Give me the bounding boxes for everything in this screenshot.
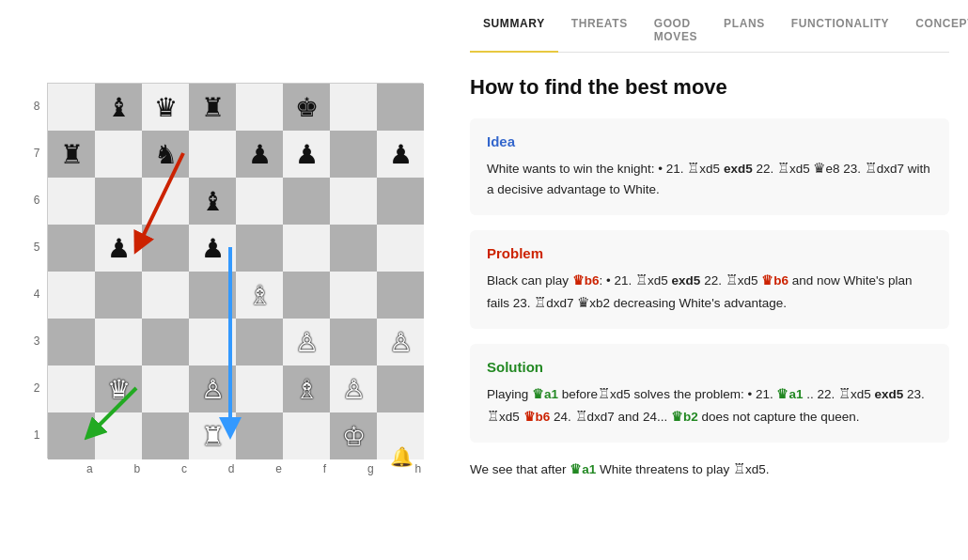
- board-square[interactable]: [95, 131, 142, 178]
- board-square[interactable]: ♗: [283, 366, 330, 412]
- board-square[interactable]: [48, 366, 95, 412]
- tab-concepts[interactable]: CONCEPTS: [902, 9, 968, 53]
- file-labels: a b c d e f g h: [66, 462, 442, 475]
- board-square[interactable]: [95, 178, 142, 225]
- board-square[interactable]: ♜: [48, 131, 95, 178]
- idea-title: Idea: [487, 133, 932, 149]
- board-square[interactable]: [330, 225, 377, 272]
- board-square[interactable]: [330, 319, 377, 366]
- board-square[interactable]: ♝: [95, 84, 142, 131]
- board-square[interactable]: [236, 225, 283, 272]
- board-square[interactable]: [236, 412, 283, 459]
- board-square[interactable]: ♝: [189, 178, 236, 225]
- tab-plans[interactable]: PLANS: [710, 9, 778, 53]
- board-square[interactable]: ♙: [283, 319, 330, 366]
- board-square[interactable]: [142, 272, 189, 319]
- board-square[interactable]: [48, 319, 95, 366]
- idea-section: Idea White wants to win the knight: • 21…: [470, 118, 949, 215]
- chess-board-panel: 8 7 6 5 4 3 2 1 ♝♛♜♚♜♞♟♟♟♝♟♟♗♙♙♛♙♗♙♜♔: [0, 0, 451, 560]
- solution-title: Solution: [487, 359, 932, 375]
- board-square[interactable]: [236, 178, 283, 225]
- board-square[interactable]: [189, 272, 236, 319]
- board-square[interactable]: [48, 225, 95, 272]
- problem-section: Problem Black can play ♛b6: • 21. ♖xd5 e…: [470, 230, 949, 329]
- board-square[interactable]: [330, 131, 377, 178]
- board-square[interactable]: ♟: [95, 225, 142, 272]
- board-square[interactable]: [377, 225, 424, 272]
- board-square[interactable]: ♟: [189, 225, 236, 272]
- board-square[interactable]: [95, 319, 142, 366]
- board-square[interactable]: [48, 412, 95, 459]
- tab-threats[interactable]: THREATS: [558, 9, 641, 53]
- board-square[interactable]: [377, 84, 424, 131]
- board-square[interactable]: [142, 319, 189, 366]
- board-square[interactable]: ♛: [95, 366, 142, 412]
- board-square[interactable]: ♙: [377, 319, 424, 366]
- idea-body: White wants to win the knight: • 21. ♖xd…: [487, 157, 932, 200]
- board-square[interactable]: ♞: [142, 131, 189, 178]
- board-container: 8 7 6 5 4 3 2 1 ♝♛♜♚♜♞♟♟♟♝♟♟♗♙♙♛♙♗♙♜♔: [28, 83, 423, 477]
- board-square[interactable]: [377, 366, 424, 412]
- board-square[interactable]: ♙: [330, 366, 377, 412]
- board-square[interactable]: [142, 225, 189, 272]
- tab-functionality[interactable]: FUNCTIONALITY: [778, 9, 902, 53]
- board-square[interactable]: [236, 84, 283, 131]
- board-square[interactable]: [48, 178, 95, 225]
- board-square[interactable]: [95, 272, 142, 319]
- board-square[interactable]: [377, 272, 424, 319]
- problem-body: Black can play ♛b6: • 21. ♖xd5 exd5 22. …: [487, 269, 932, 314]
- chess-board[interactable]: ♝♛♜♚♜♞♟♟♟♝♟♟♗♙♙♛♙♗♙♜♔: [47, 83, 423, 459]
- board-square[interactable]: [48, 272, 95, 319]
- board-square[interactable]: [283, 225, 330, 272]
- tab-summary[interactable]: SUMMARY: [470, 9, 558, 53]
- content-title: How to find the best move: [470, 75, 949, 100]
- board-square[interactable]: [236, 366, 283, 412]
- board-square[interactable]: [283, 272, 330, 319]
- board-square[interactable]: [377, 178, 424, 225]
- bell-icon: 🔔: [390, 445, 414, 468]
- solution-section: Solution Playing ♛a1 before♖xd5 solves t…: [470, 344, 949, 443]
- board-square[interactable]: [330, 272, 377, 319]
- board-square[interactable]: [330, 84, 377, 131]
- board-square[interactable]: ♜: [189, 412, 236, 459]
- board-square[interactable]: ♟: [283, 131, 330, 178]
- right-panel: SUMMARY THREATS GOOD MOVES PLANS FUNCTIO…: [451, 0, 968, 560]
- problem-title: Problem: [487, 245, 932, 261]
- board-square[interactable]: ♔: [330, 412, 377, 459]
- board-wrapper: ♝♛♜♚♜♞♟♟♟♝♟♟♗♙♙♛♙♗♙♜♔: [47, 83, 423, 459]
- board-square[interactable]: ♙: [189, 366, 236, 412]
- board-square[interactable]: ♗: [236, 272, 283, 319]
- board-square[interactable]: [142, 366, 189, 412]
- board-square[interactable]: ♟: [377, 131, 424, 178]
- board-square[interactable]: [142, 178, 189, 225]
- board-square[interactable]: [283, 178, 330, 225]
- solution-body: Playing ♛a1 before♖xd5 solves the proble…: [487, 382, 932, 428]
- board-square[interactable]: [189, 319, 236, 366]
- rank-labels: 8 7 6 5 4 3 2 1: [28, 83, 45, 459]
- tab-good-moves[interactable]: GOOD MOVES: [641, 9, 710, 53]
- board-square[interactable]: ♛: [142, 84, 189, 131]
- board-square[interactable]: [330, 178, 377, 225]
- board-square[interactable]: [283, 412, 330, 459]
- board-square[interactable]: [142, 412, 189, 459]
- board-square[interactable]: ♚: [283, 84, 330, 131]
- board-square[interactable]: ♜: [189, 84, 236, 131]
- board-square[interactable]: [189, 131, 236, 178]
- board-square[interactable]: [48, 84, 95, 131]
- board-square[interactable]: ♟: [236, 131, 283, 178]
- board-square[interactable]: [95, 412, 142, 459]
- board-square[interactable]: [236, 319, 283, 366]
- solution-extra: We see that after ♛a1 White threatens to…: [470, 458, 949, 480]
- tabs-nav: SUMMARY THREATS GOOD MOVES PLANS FUNCTIO…: [470, 0, 949, 53]
